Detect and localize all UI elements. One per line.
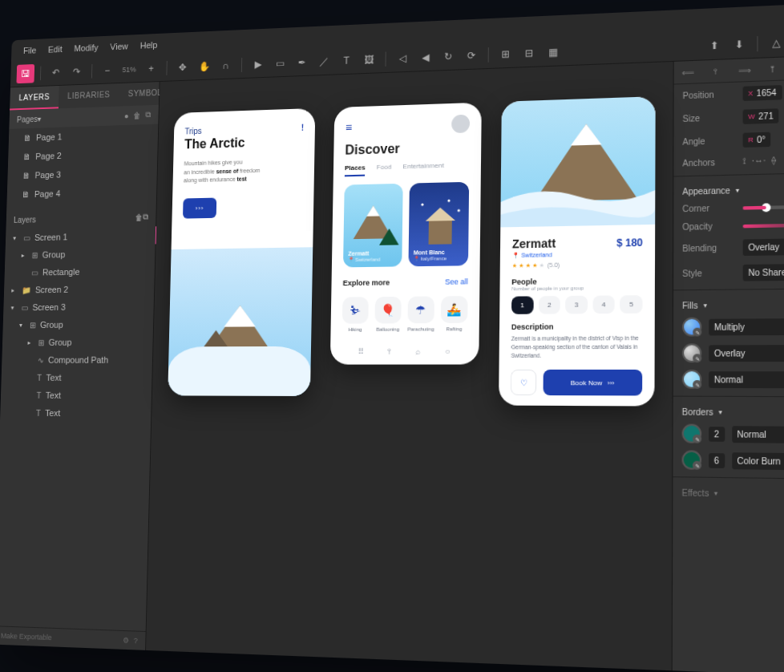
menu-file[interactable]: File xyxy=(23,46,37,55)
place-card[interactable]: Mont Blanc📍 Italy/France xyxy=(408,182,469,267)
border-blend-select[interactable]: Normal▾ xyxy=(732,426,784,443)
blending-select[interactable]: Overlay▾ xyxy=(743,238,784,257)
refresh-icon[interactable]: ⟳ xyxy=(461,45,481,66)
artboard-screen-2[interactable]: ≡ Discover Places Food Entertainment Zer… xyxy=(330,103,482,365)
people-option[interactable]: 2 xyxy=(539,296,561,314)
align-left-icon[interactable]: ⟸ xyxy=(674,61,702,84)
p1-cta-button[interactable]: ››› xyxy=(183,197,216,218)
border-width-input[interactable]: 6 xyxy=(709,452,725,468)
zoom-level[interactable]: 51% xyxy=(123,66,136,75)
people-option[interactable]: 3 xyxy=(565,296,588,314)
nav-profile-icon[interactable]: ○ xyxy=(445,346,450,356)
activity-ballooning[interactable]: 🎈Ballooning xyxy=(374,297,401,332)
activity-rafting[interactable]: 🚣Rafting xyxy=(441,296,468,331)
align-right-icon[interactable]: ⟹ xyxy=(730,59,758,82)
p2-tab-entertainment[interactable]: Entertainment xyxy=(402,162,443,176)
flip-h-icon[interactable]: ◁ xyxy=(393,48,413,69)
border-swatch[interactable]: ✎ xyxy=(682,450,702,469)
pointer-icon[interactable]: ▶ xyxy=(249,55,268,75)
avatar[interactable] xyxy=(451,115,470,133)
border-swatch[interactable]: ✎ xyxy=(682,424,702,443)
rotate-icon[interactable]: ↻ xyxy=(438,47,459,67)
hand-icon[interactable]: ✋ xyxy=(195,57,214,77)
edit-icon[interactable]: ✎ xyxy=(693,380,701,389)
p2-tab-places[interactable]: Places xyxy=(345,164,366,176)
layer-screen-1[interactable]: ▾▭Screen 1 xyxy=(6,226,156,246)
people-option[interactable]: 5 xyxy=(620,295,643,314)
align-top-icon[interactable]: ⤒ xyxy=(758,57,784,80)
tab-layers[interactable]: LAYERS xyxy=(10,86,59,111)
menu-icon[interactable]: ≡ xyxy=(346,121,352,135)
flip-v-icon[interactable]: ◀ xyxy=(415,47,435,68)
zoom-out-icon[interactable]: − xyxy=(98,61,116,80)
anchor-center-icon[interactable]: ·↔· xyxy=(752,156,766,166)
tab-libraries[interactable]: LIBRARIES xyxy=(59,83,119,108)
arrange-icon[interactable]: ▦ xyxy=(543,42,564,63)
fill-swatch[interactable]: ✎ xyxy=(682,370,701,389)
see-all-link[interactable]: See all xyxy=(445,277,468,286)
borders-section[interactable]: Borders▾ xyxy=(673,400,784,422)
layer-text[interactable]: TText xyxy=(0,404,152,423)
layer-group[interactable]: ▸⊞Group xyxy=(2,333,153,351)
canvas[interactable]: Trips The Arctic ! Mountain hikes give y… xyxy=(146,62,673,670)
settings-icon[interactable]: ⚙ xyxy=(123,636,129,645)
activity-hiking[interactable]: ⛷Hiking xyxy=(342,297,369,332)
fill-blend-select[interactable]: Overlay▾ xyxy=(709,344,784,361)
style-select[interactable]: No Shared Style▾ xyxy=(743,263,784,281)
artboard-screen-3[interactable]: Zermatt $ 180 📍 Switzerland ★ ★ ★ ★ ★(5.… xyxy=(499,96,656,407)
nav-search-icon[interactable]: ⌕ xyxy=(416,346,421,356)
layer-rectangle[interactable]: ▭Rectangle xyxy=(4,261,155,281)
edit-icon[interactable]: ✎ xyxy=(693,435,701,443)
nav-grid-icon[interactable]: ⠿ xyxy=(358,347,364,356)
nav-stats-icon[interactable]: ⫯ xyxy=(388,347,392,357)
zoom-in-icon[interactable]: + xyxy=(142,59,160,79)
edit-icon[interactable]: ✎ xyxy=(693,328,701,337)
boolean-union-icon[interactable]: △ xyxy=(765,32,784,54)
layer-compound-path[interactable]: ∿Compound Path xyxy=(2,350,152,368)
help-icon[interactable]: ? xyxy=(134,637,138,646)
layer-text[interactable]: TText xyxy=(1,369,152,387)
opacity-slider[interactable] xyxy=(743,222,784,227)
layer-group[interactable]: ▸⊞Group xyxy=(5,244,155,264)
fill-swatch[interactable]: ✎ xyxy=(682,318,701,337)
appearance-section[interactable]: Appearance▾ xyxy=(673,176,784,200)
border-width-input[interactable]: 2 xyxy=(709,427,725,442)
copy-page-icon[interactable]: ⧉ xyxy=(145,110,151,119)
snap-icon[interactable]: ∩ xyxy=(216,55,236,75)
book-now-button[interactable]: Book Now››› xyxy=(544,370,643,396)
fill-blend-select[interactable]: Multiply▾ xyxy=(709,318,784,335)
position-x-input[interactable]: X1654 xyxy=(743,85,782,101)
delete-page-icon[interactable]: 🗑 xyxy=(133,111,141,119)
edit-icon[interactable]: ✎ xyxy=(693,354,701,362)
people-option[interactable]: 4 xyxy=(592,295,615,314)
effects-section[interactable]: Effects▾ xyxy=(673,481,784,504)
group-icon[interactable]: ⊞ xyxy=(495,44,515,65)
line-tool-icon[interactable]: ／ xyxy=(314,51,333,71)
ungroup-icon[interactable]: ⊟ xyxy=(519,43,539,63)
menu-view[interactable]: View xyxy=(110,41,128,51)
front-icon[interactable]: ⬆ xyxy=(704,35,725,57)
place-card[interactable]: Zermatt📍 Switzerland xyxy=(343,184,403,268)
redo-icon[interactable]: ↷ xyxy=(67,62,86,81)
layer-screen-2[interactable]: ▸📁Screen 2 xyxy=(4,280,155,299)
favorite-button[interactable]: ♡ xyxy=(511,370,536,395)
artboard-screen-1[interactable]: Trips The Arctic ! Mountain hikes give y… xyxy=(168,108,315,396)
activity-parachuting[interactable]: ☂Parachuting xyxy=(407,296,434,331)
pen-tool-icon[interactable]: ✒ xyxy=(293,52,312,72)
corner-slider[interactable] xyxy=(743,204,784,209)
p2-tab-food[interactable]: Food xyxy=(377,163,392,176)
people-option[interactable]: 1 xyxy=(511,296,533,314)
fill-swatch[interactable]: ✎ xyxy=(682,343,701,362)
angle-input[interactable]: R0° xyxy=(743,132,771,148)
anchor-left-icon[interactable]: ⟟ xyxy=(743,156,746,167)
duplicate-layer-icon[interactable]: ⧉ xyxy=(143,213,148,222)
layer-text[interactable]: TText xyxy=(1,387,152,405)
new-page-icon[interactable]: ● xyxy=(124,111,129,120)
shape-tool-icon[interactable]: ▭ xyxy=(270,54,289,74)
menu-modify[interactable]: Modify xyxy=(74,43,99,53)
move-icon[interactable]: ✥ xyxy=(173,58,192,78)
page-item[interactable]: 🗎Page 4 xyxy=(6,181,156,204)
layer-screen-3[interactable]: ▾▭Screen 3 xyxy=(3,298,154,317)
layer-group[interactable]: ▾⊞Group xyxy=(2,315,153,334)
border-blend-select[interactable]: Color Burn▾ xyxy=(732,452,784,471)
